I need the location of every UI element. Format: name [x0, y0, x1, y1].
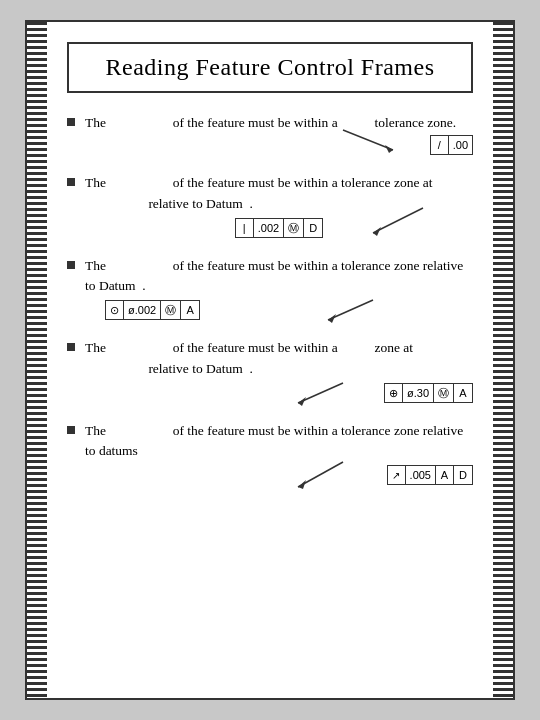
bullet-icon — [67, 178, 75, 186]
fcf4-cell3: Ⓜ — [434, 384, 454, 402]
svg-marker-5 — [328, 314, 336, 323]
item5-content: The of the feature must be within a tole… — [85, 421, 473, 486]
svg-marker-3 — [373, 227, 381, 236]
svg-line-0 — [343, 130, 393, 150]
item3-content: The of the feature must be within a tole… — [85, 256, 473, 321]
item3-text: The of the feature must be within a tole… — [85, 258, 463, 293]
svg-marker-9 — [298, 480, 306, 489]
bullet-icon — [67, 343, 75, 351]
list-item: The of the feature must be within a tole… — [67, 256, 473, 321]
bullet-icon — [67, 118, 75, 126]
fcf2-cell2: .002 — [254, 219, 284, 237]
fcf2-cell1: | — [236, 219, 254, 237]
item1-content: The of the feature must be within a tole… — [85, 113, 473, 155]
fcf5-cell4: D — [454, 466, 472, 484]
fcf1: / .00 — [430, 135, 473, 155]
fcf1-cell2: .00 — [449, 136, 472, 154]
bullet-icon — [67, 426, 75, 434]
page: Reading Feature Control Frames The of th… — [25, 20, 515, 700]
arrow5-svg — [283, 457, 363, 492]
list-item: The of the feature must be within a zone… — [67, 338, 473, 403]
page-title: Reading Feature Control Frames — [106, 54, 435, 80]
fcf5-cell1: ↗ — [388, 466, 406, 484]
title-box: Reading Feature Control Frames — [67, 42, 473, 93]
fcf4: ⊕ ø.30 Ⓜ A — [384, 383, 473, 403]
fcf3-cell1: ⊙ — [106, 301, 124, 319]
fcf3-cell2: ø.002 — [124, 301, 161, 319]
fcf2: | .002 Ⓜ D — [235, 218, 323, 238]
arrow3-svg — [313, 295, 393, 325]
fcf5: ↗ .005 A D — [387, 465, 473, 485]
fcf3: ⊙ ø.002 Ⓜ A — [105, 300, 200, 320]
item5-text: The of the feature must be within a tole… — [85, 423, 463, 458]
item4-content: The of the feature must be within a zone… — [85, 338, 473, 403]
arrow4-svg — [283, 378, 363, 408]
fcf2-cell3: Ⓜ — [284, 219, 304, 237]
arrow2-svg — [353, 203, 453, 238]
fcf4-cell4: A — [454, 384, 472, 402]
stripe-left — [27, 22, 47, 698]
bullet-icon — [67, 261, 75, 269]
fcf4-cell1: ⊕ — [385, 384, 403, 402]
svg-marker-7 — [298, 397, 306, 406]
item2-content: The of the feature must be within a tole… — [85, 173, 473, 238]
fcf2-cell4: D — [304, 219, 322, 237]
fcf5-cell2: .005 — [406, 466, 436, 484]
arrow1-svg — [333, 125, 413, 155]
svg-line-6 — [298, 383, 343, 403]
list-item: The of the feature must be within a tole… — [67, 113, 473, 155]
item4-text: The of the feature must be within a zone… — [85, 340, 413, 375]
svg-line-4 — [328, 300, 373, 320]
list-item: The of the feature must be within a tole… — [67, 173, 473, 238]
svg-line-2 — [373, 208, 423, 233]
fcf5-cell3: A — [436, 466, 454, 484]
fcf3-cell4: A — [181, 301, 199, 319]
stripe-right — [493, 22, 513, 698]
fcf4-cell2: ø.30 — [403, 384, 434, 402]
bullet-list: The of the feature must be within a tole… — [67, 113, 473, 485]
list-item: The of the feature must be within a tole… — [67, 421, 473, 486]
fcf1-cell1: / — [431, 136, 449, 154]
fcf3-cell3: Ⓜ — [161, 301, 181, 319]
